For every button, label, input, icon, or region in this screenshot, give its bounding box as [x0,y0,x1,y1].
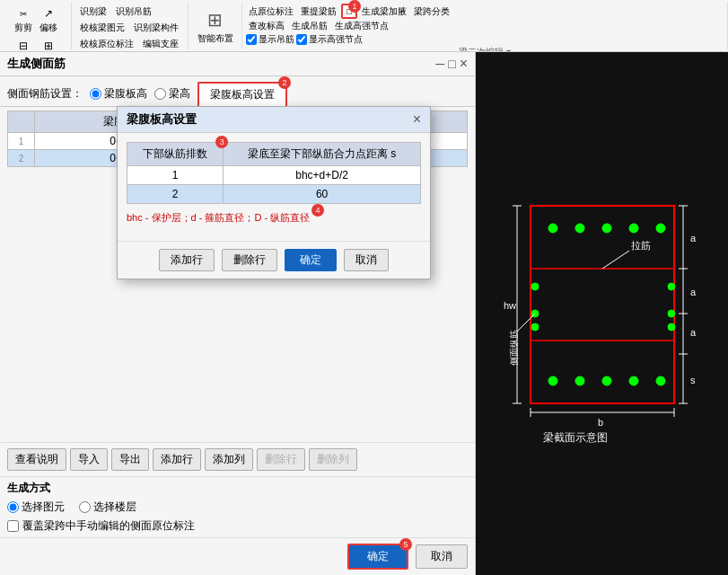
footer-bar: 确定 5 取消 [0,537,475,575]
svg-line-40 [602,251,629,269]
dialog-btn-add-row[interactable]: 添加行 [159,249,215,271]
footer-confirm[interactable]: 确定 5 [347,544,408,570]
bottom-bar: 查看说明 导入 导出 添加行 添加列 删除行 删除列 [0,442,475,476]
svg-point-14 [531,323,539,331]
panel-header: 生成侧面筋 ─ □ × [0,52,475,76]
checkbox-override[interactable]: 覆盖梁跨中手动编辑的侧面原位标注 [7,518,468,534]
svg-point-17 [668,323,675,331]
svg-point-10 [629,376,638,385]
svg-rect-1 [531,269,674,341]
panel-title: 生成侧面筋 [7,56,66,72]
toolbar-btn-shengchengliangjiayi[interactable]: 生成梁加腋 [359,4,409,19]
toolbar-btn-jian[interactable]: ✂ 剪剪 [12,4,35,36]
svg-point-2 [548,224,557,233]
dialog-btn-cancel[interactable]: 取消 [344,249,389,271]
dialog-btn-del-row[interactable]: 删除行 [222,249,277,271]
btn-view-note[interactable]: 查看说明 [7,448,66,471]
toolbar-btn-duiqi[interactable]: ⊟ 对齐 [12,36,35,52]
svg-point-12 [531,283,539,290]
toolbar-btn-shibieliang[interactable]: 识别梁 [77,4,110,20]
dialog-btn-confirm[interactable]: 确定 [285,249,337,271]
toolbar-group-smart: ⊞ 智能布置 [189,2,242,49]
badge-4: 4 [311,204,324,217]
toolbar-btn-chaigaobiaoGao[interactable]: 查改标高 [246,19,287,33]
footer-cancel[interactable]: 取消 [416,544,468,569]
dialog-cell-1-0: 1 [127,166,224,185]
checkbox-show-diaojin[interactable] [246,34,257,45]
btn-del-row[interactable]: 删除行 [257,448,305,471]
tab-fubangao-settings[interactable]: 梁腹板高设置 2 [197,82,287,106]
panel-minimize[interactable]: ─ [435,57,444,71]
badge-5: 5 [399,538,412,551]
svg-text:侧面纵筋: 侧面纵筋 [509,330,519,366]
toolbar-btn-shengchengdiaojin[interactable]: 生成吊筋 [289,19,330,33]
radio-fubangao[interactable]: 梁腹板高 [90,86,147,102]
dialog-cell-2-1[interactable]: 60 [224,185,421,204]
svg-text:梁截面示意图: 梁截面示意图 [543,431,608,444]
svg-point-16 [668,310,675,317]
app-body: 生成侧面筋 ─ □ × 侧面钢筋设置： 梁腹板高 梁高 梁腹板高设置 2 [0,52,728,575]
dialog-title: 梁腹板高设置 [127,111,197,128]
toolbar-btn-yuanwei[interactable]: 点原位标注 [246,4,296,19]
toolbar-btn-jiaoheyuanwei[interactable]: 校核原位标注 [77,36,136,52]
btn-add-col[interactable]: 添加列 [205,448,253,471]
svg-text:拉筋: 拉筋 [631,240,651,251]
toolbar-btn-shibiediaojin[interactable]: 识别吊筋 [113,4,154,20]
col-header-num [8,111,35,133]
radio-select-floor[interactable]: 选择楼层 [79,500,136,515]
badge-2: 2 [278,76,291,89]
tab-row: 侧面钢筋设置： 梁腹板高 梁高 梁腹板高设置 2 [0,76,475,107]
toolbar-btn-shibieguojian[interactable]: 识别梁构件 [131,20,181,36]
dialog-row-1[interactable]: 1 bhc+d+D/2 [127,166,421,185]
svg-point-11 [656,376,665,385]
svg-point-3 [575,224,584,233]
svg-text:a: a [690,233,697,243]
toolbar-btn-liangyuefenl[interactable]: 梁跨分类 [411,4,452,19]
toolbar-btn-bianjizhizuo[interactable]: 编辑支座 [140,36,181,52]
svg-point-15 [668,283,675,290]
diagram-area: a a a s hw b 梁截面示意图 [476,52,728,575]
svg-point-4 [602,224,611,233]
dialog-close[interactable]: × [413,111,421,128]
svg-point-5 [629,224,638,233]
btn-add-row[interactable]: 添加行 [153,448,201,471]
toolbar-btn-smart[interactable]: ⊞ 智能布置 [197,7,233,45]
toolbar-btn-zhuoti[interactable]: 重提梁筋 [298,4,339,19]
badge-1: 1 [348,0,361,13]
panel-close[interactable]: × [460,56,468,72]
toolbar-btn-hebing[interactable]: ⊞ 合并 [37,36,60,52]
toolbar-btn-jiaohetu[interactable]: 校核梁图元 [77,20,127,36]
svg-point-9 [602,376,611,385]
dialog-col-header-2: 梁底至梁下部纵筋合力点距离 s [224,143,421,166]
toolbar-btn-pianyi[interactable]: ↗ 偏移 [37,4,60,36]
beam-diagram: a a a s hw b 梁截面示意图 [495,179,710,448]
dialog-note: bhc - 保护层；d - 箍筋直径；D - 纵筋直径 4 [127,211,310,225]
svg-text:a: a [690,327,697,338]
toolbar-btn-shengchengjiedian[interactable]: 生成高强节点 [332,19,391,33]
svg-text:s: s [690,375,696,385]
svg-point-8 [575,376,584,385]
dialog-body: 下部纵筋排数 3 梁底至梁下部纵筋合力点距离 s 1 bhc+d+D/2 2 6… [118,133,430,241]
radio-lianggao[interactable]: 梁高 [154,86,190,102]
dialog-titlebar: 梁腹板高设置 × [118,107,430,133]
radio-select-elem[interactable]: 选择图元 [7,500,65,515]
btn-del-col[interactable]: 删除列 [309,448,357,471]
cell-1-0: 1 [8,133,35,150]
toolbar-group-edit2: 点原位标注 重提梁筋 □ 1 生成梁加腋 梁跨分类 查改标高 生成吊筋 生成高强… [242,2,728,49]
btn-import[interactable]: 导入 [70,448,108,471]
dialog-table: 下部纵筋排数 3 梁底至梁下部纵筋合力点距离 s 1 bhc+d+D/2 2 6… [127,142,421,204]
gen-title: 生成方式 [7,481,468,496]
toolbar-group-drawing: ✂ 剪剪 ↗ 偏移 ⊟ 对齐 ⊞ 合并 绘图 [0,2,72,49]
checkbox-show-jiedian[interactable] [296,34,307,45]
svg-rect-0 [531,206,674,403]
panel-maximize[interactable]: □ [448,57,455,71]
dialog-footer: 添加行 删除行 确定 取消 [118,241,430,279]
toolbar-btn-highlight[interactable]: □ 1 [341,4,357,19]
btn-export[interactable]: 导出 [111,448,149,471]
toolbar-group-identify: 识别梁 识别吊筋 校核梁图元 识别梁构件 校核原位标注 编辑支座 识别梁 [72,2,189,49]
dialog-row-2[interactable]: 2 60 [127,185,421,204]
dialog-cell-1-1[interactable]: bhc+d+D/2 [224,166,421,185]
svg-text:hw: hw [504,300,516,311]
svg-text:b: b [598,417,603,428]
dialog: 梁腹板高设置 × 下部纵筋排数 3 梁底至梁下部纵筋合力点距离 s [117,106,431,279]
